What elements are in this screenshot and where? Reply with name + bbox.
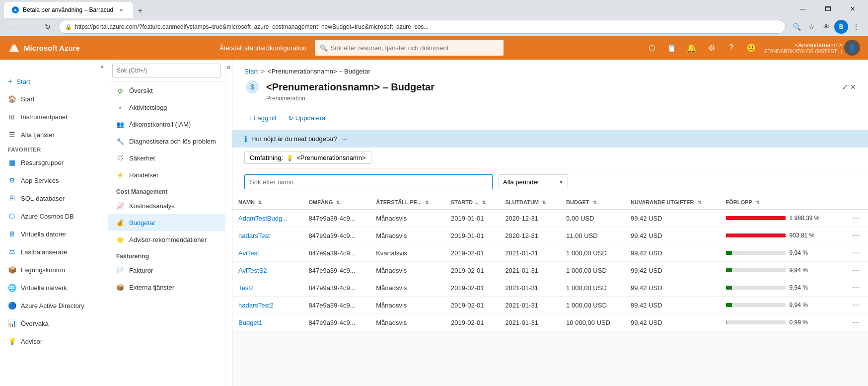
sub-sidebar-item-security[interactable]: 🛡 Säkerhet — [108, 150, 225, 166]
active-tab[interactable]: A Betala per användning – Barracud ✕ — [4, 2, 133, 18]
scope-bar: Omfattning: 💡 <Prenumerationsnamn> — [232, 148, 868, 168]
help-icon[interactable]: ? — [723, 39, 740, 57]
scope-label: Omfattning: — [250, 154, 283, 161]
azure-search-input[interactable] — [331, 44, 499, 52]
user-account[interactable]: <Användarnamn> STANDARDKATALOG (MSTEST..… — [764, 42, 842, 54]
budget-link-1[interactable]: hadarsTest — [238, 232, 270, 239]
notification-icon[interactable]: 🔔 — [683, 39, 701, 57]
sub-sidebar-item-iam[interactable]: 👥 Åtkomstkontroll (IAM) — [108, 116, 225, 133]
more-button-6[interactable]: ··· — [853, 318, 859, 326]
new-tab-button[interactable]: + — [133, 4, 147, 18]
close-button[interactable]: ✕ — [841, 1, 864, 17]
sub-sidebar-item-diagnose[interactable]: 🔧 Diagnostisera och lös problem — [108, 133, 225, 150]
info-arrow[interactable]: → — [341, 135, 348, 143]
more-button-3[interactable]: ··· — [853, 266, 859, 274]
directory-icon[interactable]: 📋 — [663, 39, 681, 57]
sort-omfang-icon[interactable]: ⇅ — [336, 200, 340, 205]
sidebar-item-cosmos[interactable]: ⬡ Azure Cosmos DB — [0, 207, 108, 225]
add-button[interactable]: + Lägg till — [244, 112, 280, 124]
sub-sidebar-item-budgets[interactable]: 💰 Budgetar — [108, 214, 225, 231]
sidebar-item-sql[interactable]: 🗄 SQL-databaser — [0, 189, 108, 207]
table-body: AdamTestBudg... 847e9a39-4c9... Månadsvi… — [232, 210, 868, 331]
budget-link-6[interactable]: Budget1 — [238, 319, 262, 326]
vm-icon: 🖥 — [8, 230, 16, 238]
update-button[interactable]: ↻ Uppdatera — [284, 112, 329, 124]
sidebar-item-storage[interactable]: 📦 Lagringskonton — [0, 261, 108, 279]
tab-favicon: A — [12, 6, 19, 13]
more-button-0[interactable]: ··· — [853, 214, 859, 222]
sidebar-item-dashboard-label: Instrumentpanel — [21, 113, 67, 121]
sort-current-icon[interactable]: ⇅ — [698, 200, 702, 205]
cloud-shell-icon[interactable]: ⬡ — [643, 39, 661, 57]
sub-sidebar-item-external[interactable]: 📦 Externa tjänster — [108, 279, 225, 296]
refresh-button[interactable]: ↻ — [41, 20, 55, 34]
feedback-icon[interactable]: 🙂 — [742, 39, 760, 57]
sidebar-item-advisor[interactable]: 💡 Advisor — [0, 332, 108, 350]
sidebar-item-lb[interactable]: ⚖ Lastbalanserare — [0, 243, 108, 261]
sidebar-item-monitor[interactable]: 📊 Övervaka — [0, 314, 108, 332]
scope-name: <Prenumerationsnamn> — [296, 154, 365, 161]
sidebar-item-dashboard[interactable]: ⊞ Instrumentpanel — [0, 108, 108, 126]
settings-icon[interactable]: ⚙ — [703, 39, 721, 57]
sidebar-item-vnet[interactable]: 🌐 Virtuella nätverk — [0, 279, 108, 297]
sub-sidebar-search-input[interactable] — [112, 64, 221, 77]
sub-sidebar-item-cost-analysis[interactable]: 📈 Kostnadsanalys — [108, 197, 225, 214]
cell-current-4: 99,42 USD — [625, 279, 720, 297]
minimize-button[interactable]: — — [792, 1, 814, 17]
azure-logo[interactable]: Microsoft Azure — [8, 42, 80, 54]
browser-star-icon[interactable]: ☆ — [804, 20, 818, 34]
budget-link-5[interactable]: hadarsTest2 — [238, 302, 274, 309]
sub-sidebar-item-advisor-rec[interactable]: 🌟 Advisor-rekommendationer — [108, 231, 225, 248]
sidebar-item-resource-groups[interactable]: ▦ Resursgrupper — [0, 154, 108, 171]
more-button-5[interactable]: ··· — [853, 301, 859, 309]
sub-sidebar-collapse-button[interactable]: « — [225, 60, 232, 386]
cost-analysis-icon: 📈 — [116, 202, 124, 210]
cell-reset-1: Månadsvis — [370, 227, 445, 244]
more-button-1[interactable]: ··· — [853, 231, 859, 239]
sort-budget-icon[interactable]: ⇅ — [593, 200, 597, 205]
sidebar-item-all-services[interactable]: ☰ Alla tjänster — [0, 126, 108, 144]
period-select[interactable]: Alla perioder ▼ — [499, 174, 568, 189]
sidebar-item-vms[interactable]: 🖥 Virtuella datorer — [0, 225, 108, 243]
sidebar-item-start[interactable]: 🏠 Start — [0, 90, 108, 108]
table-search-input[interactable] — [244, 174, 493, 189]
sidebar-item-aad[interactable]: 🔵 Azure Active Directory — [0, 297, 108, 314]
azure-search-bar[interactable]: 🔍 — [315, 40, 504, 56]
sort-name-icon[interactable]: ⇅ — [258, 200, 262, 205]
sub-sidebar-item-invoices[interactable]: 📄 Fakturor — [108, 262, 225, 279]
sub-sidebar-item-overview[interactable]: ⊙ Översikt — [108, 82, 225, 99]
sort-progress-icon[interactable]: ⇅ — [756, 200, 760, 205]
sub-sidebar-budgets-label: Budgetar — [129, 219, 155, 227]
tab-close-button[interactable]: ✕ — [117, 6, 125, 14]
budget-link-2[interactable]: AviTest — [238, 249, 259, 257]
browser-profile-button[interactable]: B — [834, 20, 848, 34]
budget-link-4[interactable]: Test2 — [238, 284, 254, 292]
more-button-2[interactable]: ··· — [853, 248, 859, 257]
sub-sidebar-item-events[interactable]: ⚡ Händelser — [108, 166, 225, 183]
address-bar[interactable]: 🔒 https://portal.azure.com/?feature.canm… — [59, 20, 786, 34]
scope-button[interactable]: Omfattning: 💡 <Prenumerationsnamn> — [244, 152, 371, 164]
close-page-icon[interactable]: ✕ — [850, 83, 856, 91]
budget-link-3[interactable]: AviTestS2 — [238, 267, 267, 274]
azure-user-avatar[interactable]: 👤 — [844, 40, 860, 56]
cell-progress-5: 9,94 % — [720, 297, 847, 314]
sort-end-icon[interactable]: ⇅ — [542, 200, 546, 205]
expand-icon[interactable]: ⤢ — [842, 83, 848, 91]
budget-link-0[interactable]: AdamTestBudg... — [238, 215, 288, 222]
reset-config-button[interactable]: Återställ standardkonfiguration — [219, 44, 307, 52]
breadcrumb-start[interactable]: Start — [244, 68, 258, 75]
browser-search-icon[interactable]: 🔍 — [790, 20, 803, 34]
sort-start-icon[interactable]: ⇅ — [482, 200, 486, 205]
browser-menu-icon[interactable]: ⋮ — [849, 20, 863, 34]
more-button-4[interactable]: ··· — [853, 283, 859, 292]
sort-reset-icon[interactable]: ⇅ — [425, 200, 429, 205]
sidebar-collapse-button[interactable]: « — [100, 63, 104, 70]
maximize-button[interactable]: 🗖 — [816, 1, 839, 17]
sub-sidebar-item-activity-log[interactable]: ▪ Aktivitetslogg — [108, 99, 225, 116]
back-button[interactable]: ← — [5, 20, 19, 34]
forward-button[interactable]: → — [23, 20, 37, 34]
sidebar-create-resource[interactable]: + Start — [0, 73, 108, 90]
browser-eye-icon[interactable]: 👁 — [819, 20, 833, 34]
user-name: <Användarnamn> — [795, 42, 842, 49]
sidebar-item-app-services[interactable]: ⚙ App Services — [0, 171, 108, 189]
